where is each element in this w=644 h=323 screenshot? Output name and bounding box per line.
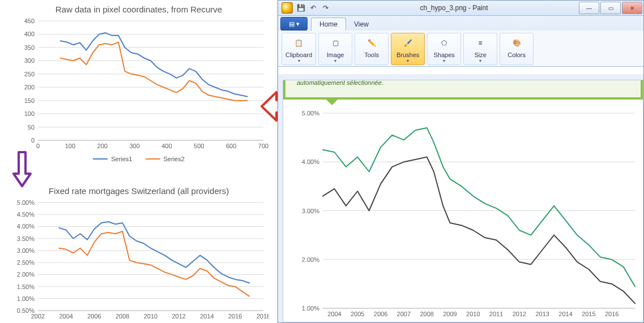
- svg-text:3.00%: 3.00%: [302, 208, 319, 214]
- purple-arrow-icon: [12, 151, 32, 188]
- clipboard-icon: 📋: [292, 36, 306, 50]
- svg-text:350: 350: [24, 44, 35, 51]
- svg-text:250: 250: [24, 71, 35, 77]
- group-brushes[interactable]: 🖌️ Brushes ▾: [391, 33, 425, 65]
- svg-text:500: 500: [194, 143, 204, 149]
- svg-text:2005: 2005: [351, 311, 364, 317]
- legend-series1: Series1: [93, 156, 132, 162]
- svg-text:0: 0: [36, 143, 40, 149]
- undo-icon[interactable]: ↶: [309, 3, 318, 12]
- svg-text:1.00%: 1.00%: [17, 295, 35, 302]
- chevron-down-icon: ▾: [334, 58, 336, 63]
- svg-text:5.00%: 5.00%: [302, 110, 319, 117]
- maximize-button[interactable]: ▭: [600, 2, 621, 14]
- svg-text:2013: 2013: [535, 311, 549, 317]
- svg-text:3.50%: 3.50%: [17, 235, 35, 242]
- redo-icon[interactable]: ↷: [321, 3, 330, 12]
- svg-text:2004: 2004: [59, 313, 73, 320]
- file-menu-button[interactable]: ▤▾: [280, 17, 308, 31]
- svg-text:200: 200: [24, 84, 35, 91]
- svg-text:50: 50: [28, 124, 35, 131]
- svg-text:0: 0: [31, 137, 35, 144]
- tab-view[interactable]: View: [346, 18, 377, 31]
- shapes-icon: ⬠: [437, 36, 451, 50]
- paint-titlebar[interactable]: 💾 ↶ ↷ ch_hypo_3.png - Paint — ▭ ✕: [278, 1, 643, 16]
- banner-text: automatiquement sélectionnée.: [297, 79, 383, 86]
- paint-canvas-area[interactable]: automatiquement sélectionnée. 1.00%2.00%…: [278, 74, 643, 322]
- svg-text:100: 100: [65, 143, 75, 149]
- chart2: 0.50%1.00%1.50%2.00%2.50%3.00%3.50%4.00%…: [8, 199, 269, 323]
- svg-text:2.50%: 2.50%: [17, 259, 35, 266]
- paint-chart-svg: 1.00%2.00%3.00%4.00%5.00%200420052006200…: [293, 110, 641, 321]
- page: Raw data in pixel coordinates, from Recu…: [0, 0, 644, 323]
- size-icon: ≡: [473, 36, 488, 50]
- file-menu-icon: ▤: [289, 20, 295, 28]
- svg-text:2.00%: 2.00%: [17, 271, 35, 278]
- right-column: 💾 ↶ ↷ ch_hypo_3.png - Paint — ▭ ✕ ▤▾ Hom…: [278, 0, 644, 323]
- chevron-down-icon: ▾: [296, 20, 300, 28]
- tab-home[interactable]: Home: [311, 18, 346, 31]
- group-clipboard[interactable]: 📋 Clipboard ▾: [282, 33, 316, 65]
- chart2-title: Fixed rate mortgages Switzerland (all pr…: [2, 186, 275, 196]
- svg-text:2010: 2010: [144, 313, 157, 320]
- svg-text:4.00%: 4.00%: [302, 158, 319, 165]
- svg-text:2007: 2007: [397, 311, 411, 317]
- save-icon[interactable]: 💾: [296, 3, 305, 12]
- banner-caret-icon: [324, 97, 340, 105]
- svg-text:2016: 2016: [605, 311, 619, 317]
- ribbon-groups: 📋 Clipboard ▾ ▢ Image ▾ ✏️ Tools 🖌️: [278, 31, 643, 66]
- svg-text:4.00%: 4.00%: [17, 223, 35, 230]
- svg-text:2018: 2018: [257, 313, 269, 320]
- brush-icon: 🖌️: [400, 36, 415, 50]
- window-title: ch_hypo_3.png - Paint: [330, 4, 578, 12]
- group-image[interactable]: ▢ Image ▾: [318, 33, 352, 65]
- chevron-down-icon: ▾: [298, 58, 300, 63]
- svg-text:2012: 2012: [513, 311, 526, 317]
- chevron-down-icon: ▾: [407, 58, 409, 63]
- group-colors[interactable]: 🎨 Colors: [500, 33, 534, 65]
- chevron-down-icon: ▾: [479, 58, 481, 63]
- svg-text:2010: 2010: [466, 311, 480, 317]
- chart1-svg: 0501001502002503003504004500100200300400…: [8, 18, 269, 153]
- svg-text:2002: 2002: [31, 313, 45, 320]
- quick-access-toolbar: 💾 ↶ ↷: [296, 3, 330, 12]
- svg-text:2014: 2014: [200, 313, 214, 320]
- group-tools[interactable]: ✏️ Tools: [355, 33, 389, 65]
- svg-text:2.00%: 2.00%: [302, 256, 319, 263]
- close-button[interactable]: ✕: [622, 2, 642, 14]
- pencil-icon: ✏️: [364, 36, 379, 50]
- svg-text:2015: 2015: [582, 311, 595, 317]
- left-column: Raw data in pixel coordinates, from Recu…: [0, 0, 278, 323]
- group-shapes[interactable]: ⬠ Shapes ▾: [427, 33, 461, 65]
- legend-series2: Series2: [146, 156, 185, 162]
- chart2-svg: 0.50%1.00%1.50%2.00%2.50%3.00%3.50%4.00%…: [8, 199, 269, 323]
- svg-text:200: 200: [97, 143, 108, 149]
- svg-text:400: 400: [24, 31, 35, 37]
- svg-text:2008: 2008: [420, 311, 433, 317]
- svg-text:1.00%: 1.00%: [302, 305, 319, 312]
- svg-text:2009: 2009: [443, 311, 457, 317]
- svg-text:300: 300: [24, 57, 35, 64]
- svg-text:2006: 2006: [374, 311, 387, 317]
- ribbon-tabs: ▤▾ Home View: [278, 16, 643, 31]
- image-banner: automatiquement sélectionnée.: [283, 80, 643, 100]
- svg-text:450: 450: [24, 18, 35, 24]
- paint-window: 💾 ↶ ↷ ch_hypo_3.png - Paint — ▭ ✕ ▤▾ Hom…: [278, 0, 644, 323]
- paint-canvas[interactable]: automatiquement sélectionnée. 1.00%2.00%…: [283, 80, 643, 322]
- svg-text:2014: 2014: [558, 311, 572, 317]
- svg-text:100: 100: [24, 110, 35, 117]
- chart1: 0501001502002503003504004500100200300400…: [8, 18, 269, 153]
- svg-text:1.50%: 1.50%: [17, 283, 35, 290]
- group-size[interactable]: ≡ Size ▾: [463, 33, 497, 65]
- svg-text:150: 150: [24, 97, 35, 104]
- svg-text:2006: 2006: [87, 313, 101, 320]
- chart1-legend: Series1 Series2: [2, 154, 275, 162]
- minimize-button[interactable]: —: [579, 2, 599, 14]
- paint-chart: 1.00%2.00%3.00%4.00%5.00%200420052006200…: [293, 110, 641, 321]
- ribbon: ▤▾ Home View 📋 Clipboard ▾ ▢ Image ▾: [278, 16, 643, 67]
- colors-icon: 🎨: [509, 36, 524, 50]
- svg-text:5.00%: 5.00%: [17, 199, 35, 206]
- svg-text:2016: 2016: [228, 313, 242, 320]
- svg-text:3.00%: 3.00%: [17, 247, 35, 254]
- svg-text:700: 700: [258, 143, 268, 149]
